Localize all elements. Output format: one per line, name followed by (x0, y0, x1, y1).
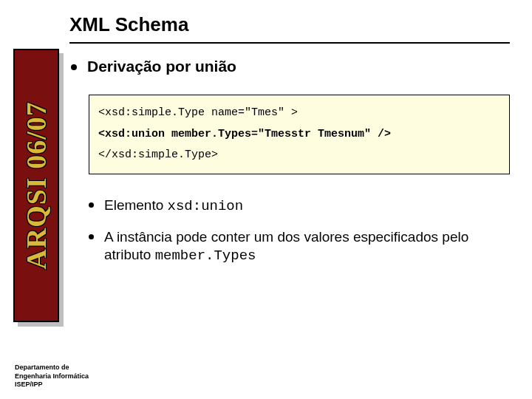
list-item: A instância pode conter um dos valores e… (89, 228, 510, 265)
code-line-3: </xsd:simple.Type> (98, 145, 500, 166)
heading-row: Derivação por união (71, 58, 510, 75)
section-heading: Derivação por união (87, 58, 236, 75)
b2-code: member.Types (155, 248, 256, 264)
footer-line-2: Engenharia Informática (15, 372, 89, 381)
b1-code: xsd:union (168, 198, 244, 214)
footer: Departamento de Engenharia Informática I… (15, 364, 89, 389)
sub-bullets: Elemento xsd:union A instância pode cont… (89, 197, 510, 265)
sidebar-label: ARQSI 06/07 (20, 101, 52, 269)
list-item: Elemento xsd:union (89, 197, 510, 215)
code-line-1: <xsd:simple.Type name="Tmes" > (98, 103, 500, 124)
code-box: <xsd:simple.Type name="Tmes" > <xsd:unio… (89, 95, 510, 174)
bullet-icon (89, 234, 94, 239)
b1-pre: Elemento (104, 197, 168, 213)
sidebar: ARQSI 06/07 (13, 49, 59, 322)
slide-title: XML Schema (69, 13, 510, 36)
code-line-2: <xsd:union member.Types="Tmesstr Tmesnum… (98, 124, 500, 146)
footer-line-1: Departamento de (15, 364, 89, 372)
slide: XML Schema ARQSI 06/07 Derivação por uni… (0, 0, 532, 399)
bullet-text-1: Elemento xsd:union (104, 197, 243, 215)
bullet-icon (71, 64, 77, 70)
title-row: XML Schema (69, 13, 510, 44)
bullet-icon (89, 202, 94, 208)
footer-line-3: ISEP/IPP (15, 381, 89, 389)
content-area: Derivação por união <xsd:simple.Type nam… (71, 58, 510, 278)
bullet-text-2: A instância pode conter um dos valores e… (104, 228, 510, 265)
